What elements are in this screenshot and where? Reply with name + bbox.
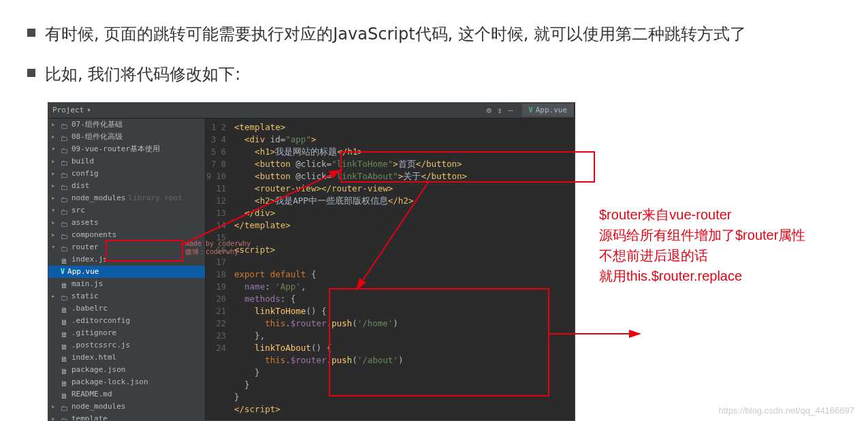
tree-folder[interactable]: ▸🗀dist <box>48 180 205 192</box>
folder-icon: 🗀 <box>61 133 69 141</box>
tree-folder[interactable]: ▸🗀static <box>48 290 205 302</box>
file-icon: 🗎 <box>61 317 69 325</box>
tab-filename: App.vue <box>536 106 567 114</box>
folder-icon: 🗀 <box>61 157 69 166</box>
screenshot-wrapper: Project ▾ ⚙ ↕ — V App.vue ▸🗀07-组件化基础▸🗀08… <box>48 102 575 421</box>
ide-window: Project ▾ ⚙ ↕ — V App.vue ▸🗀07-组件化基础▸🗀08… <box>48 102 575 421</box>
tree-label: package.json <box>71 364 125 376</box>
tree-label: .postcssrc.js <box>71 339 130 352</box>
tree-folder[interactable]: ▸🗀08-组件化高级 <box>48 131 205 143</box>
file-icon: 🗎 <box>61 354 69 362</box>
tree-label: .editorconfig <box>71 315 130 327</box>
tree-folder[interactable]: ▸🗀07-组件化基础 <box>48 119 205 131</box>
tree-label: static <box>71 290 99 302</box>
tree-file[interactable]: VApp.vue <box>48 266 205 278</box>
bullet-list: 有时候, 页面的跳转可能需要执行对应的JavaScript代码, 这个时候, 就… <box>27 20 841 89</box>
code-area[interactable]: <template> <div id="app"> <h1>我是网站的标题</h… <box>231 119 575 420</box>
tree-label: node_modules <box>71 192 125 204</box>
file-icon: 🗎 <box>61 390 69 399</box>
tree-folder[interactable]: ▸🗀build <box>48 155 205 168</box>
tree-folder[interactable]: ▸🗀node_modules <box>48 401 205 413</box>
tree-folder[interactable]: ▸🗀config <box>48 168 205 180</box>
tree-label: template <box>71 413 108 420</box>
tree-file[interactable]: 🗎.editorconfig <box>48 315 205 327</box>
file-icon: 🗎 <box>61 305 69 313</box>
annotation-line: 源码给所有组件增加了$router属性 <box>599 225 805 245</box>
tree-label: .gitignore <box>71 327 116 339</box>
tree-label: main.js <box>71 278 103 290</box>
annotation-line: 不想前进后退的话 <box>599 245 805 266</box>
file-icon: 🗎 <box>61 280 69 288</box>
tree-label: 08-组件化高级 <box>71 131 123 143</box>
tree-label: assets <box>71 217 99 229</box>
toolbar-actions: ⚙ ↕ — <box>487 106 522 115</box>
tree-file[interactable]: 🗎index.js <box>48 253 205 266</box>
folder-icon: 🗀 <box>61 121 69 129</box>
line-gutter: 1 2 3 4 5 6 7 8 9 10 11 12 13 14 15 16 1… <box>206 119 231 420</box>
tree-label: README.md <box>71 388 112 401</box>
tree-label: index.html <box>71 352 116 364</box>
folder-icon: 🗀 <box>61 231 69 239</box>
vue-icon: V <box>529 106 533 114</box>
bullet-item: 比如, 我们将代码修改如下: <box>27 61 841 89</box>
tree-file[interactable]: 🗎package.json <box>48 364 205 376</box>
tree-folder[interactable]: ▸🗀template <box>48 413 205 420</box>
tree-label: components <box>71 229 116 241</box>
tree-folder[interactable]: ▸🗀node_modules library root <box>48 192 205 204</box>
tree-folder[interactable]: ▾🗀09-vue-router基本使用 <box>48 143 205 155</box>
folder-icon: 🗀 <box>61 243 69 251</box>
project-tool-window-header[interactable]: Project ▾ <box>48 106 487 115</box>
bullet-item: 有时候, 页面的跳转可能需要执行对应的JavaScript代码, 这个时候, 就… <box>27 20 841 48</box>
folder-icon: 🗀 <box>61 403 69 411</box>
tree-label: dist <box>71 180 90 192</box>
tree-folder[interactable]: ▸🗀assets <box>48 217 205 229</box>
author-watermark: made by coderwhy 微博：coderwhy <box>185 240 251 256</box>
tree-label: build <box>71 155 94 168</box>
tree-label: src <box>71 204 85 217</box>
tree-file[interactable]: 🗎.gitignore <box>48 327 205 339</box>
gear-icon[interactable]: ⚙ <box>487 106 496 115</box>
tree-label: 07-组件化基础 <box>71 119 123 131</box>
annotation-line: 就用this.$router.replace <box>599 266 805 286</box>
ide-body: ▸🗀07-组件化基础▸🗀08-组件化高级▾🗀09-vue-router基本使用▸… <box>48 119 575 420</box>
tree-folder[interactable]: ▸🗀components <box>48 229 205 241</box>
folder-icon: 🗀 <box>61 219 69 227</box>
tree-label: App.vue <box>67 266 99 278</box>
tree-file[interactable]: 🗎.babelrc <box>48 302 205 315</box>
code-editor[interactable]: 1 2 3 4 5 6 7 8 9 10 11 12 13 14 15 16 1… <box>206 119 575 420</box>
folder-icon: 🗀 <box>61 206 69 215</box>
page: 有时候, 页面的跳转可能需要执行对应的JavaScript代码, 这个时候, 就… <box>0 0 868 421</box>
editor-tab[interactable]: V App.vue <box>522 104 575 116</box>
page-watermark: https://blog.csdn.net/qq_44166697 <box>719 405 855 416</box>
hide-icon[interactable]: — <box>509 106 518 115</box>
project-tree[interactable]: ▸🗀07-组件化基础▸🗀08-组件化高级▾🗀09-vue-router基本使用▸… <box>48 119 206 420</box>
project-label: Project <box>52 106 84 114</box>
collapse-icon[interactable]: ↕ <box>498 106 507 115</box>
tree-folder[interactable]: ▾🗀src <box>48 204 205 217</box>
annotation-text: $router来自vue-router 源码给所有组件增加了$router属性 … <box>599 204 805 286</box>
file-icon: 🗎 <box>61 378 69 386</box>
tree-label: node_modules <box>71 401 125 413</box>
file-icon: 🗎 <box>61 341 69 349</box>
folder-icon: 🗀 <box>61 182 69 190</box>
tree-file[interactable]: 🗎main.js <box>48 278 205 290</box>
folder-icon: 🗀 <box>61 194 69 202</box>
tree-file[interactable]: 🗎.postcssrc.js <box>48 339 205 352</box>
tree-label: 09-vue-router基本使用 <box>71 143 160 155</box>
file-icon: 🗎 <box>61 366 69 374</box>
ide-toolbar: Project ▾ ⚙ ↕ — V App.vue <box>48 103 575 119</box>
folder-icon: 🗀 <box>61 292 69 300</box>
tree-file[interactable]: 🗎package-lock.json <box>48 376 205 388</box>
tree-file[interactable]: 🗎index.html <box>48 352 205 364</box>
tree-label: index.js <box>71 253 108 266</box>
folder-icon: 🗀 <box>61 145 69 153</box>
chevron-down-icon: ▾ <box>86 106 96 115</box>
file-icon: 🗎 <box>61 255 69 264</box>
vue-icon: V <box>61 266 65 278</box>
tree-label: package-lock.json <box>71 376 148 388</box>
tree-folder[interactable]: ▾🗀router <box>48 241 205 253</box>
tree-file[interactable]: 🗎README.md <box>48 388 205 401</box>
tree-label: router <box>71 241 99 253</box>
folder-icon: 🗀 <box>61 170 69 178</box>
annotation-line: $router来自vue-router <box>599 204 805 225</box>
